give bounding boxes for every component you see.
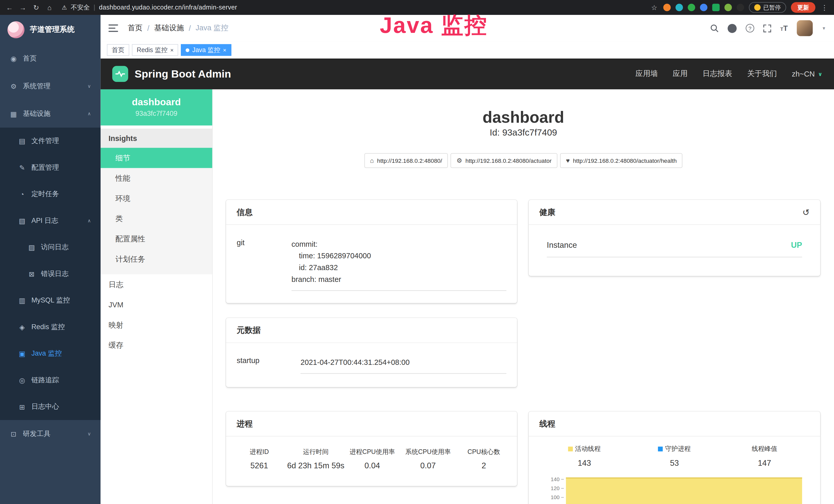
instance-home-link[interactable]: ⌂ http://192.168.0.2:48080/ [364, 153, 448, 168]
history-icon[interactable]: ↺ [803, 207, 810, 217]
sidebar-item-tracing[interactable]: ◎ 链路追踪 [0, 367, 101, 394]
update-button[interactable]: 更新 [791, 2, 815, 13]
font-size-icon[interactable]: TT [780, 24, 788, 32]
extension-icon-7[interactable] [737, 4, 744, 11]
sidebar-item-label: Java 监控 [31, 349, 91, 358]
sba-item-environment[interactable]: 环境 [101, 188, 212, 208]
sidebar-item-java-monitor[interactable]: ▣ Java 监控 [0, 340, 101, 367]
sba-group-title: Insights [101, 129, 212, 148]
chevron-down-icon: ∨ [87, 84, 91, 89]
reload-icon[interactable]: ↻ [32, 3, 40, 11]
close-icon[interactable]: × [223, 47, 226, 53]
close-icon[interactable]: × [170, 47, 174, 53]
browser-menu-icon[interactable]: ⋮ [820, 3, 829, 11]
health-row: Instance UP [547, 240, 802, 257]
help-icon[interactable]: ? [746, 24, 754, 32]
breadcrumb-infra[interactable]: 基础设施 [154, 23, 184, 33]
hamburger-icon[interactable] [108, 24, 118, 32]
sidebar-item-home[interactable]: ◉ 首页 [0, 45, 101, 72]
navbar-actions: ? TT ▼ [710, 20, 826, 36]
process-col-cpus: CPU核心数 2 [456, 448, 512, 470]
browser-home-icon[interactable]: ⌂ [45, 3, 54, 11]
sidebar-item-access-log[interactable]: ▨ 访问日志 [0, 234, 101, 260]
cell-value: 2 [456, 461, 512, 470]
sba-instance-header[interactable]: dashboard 93a3fc7f7409 [101, 89, 212, 125]
tag-home[interactable]: 首页 [107, 44, 129, 56]
metadata-card-title: 元数据 [237, 325, 261, 335]
extension-icon-3[interactable] [688, 4, 695, 11]
back-icon[interactable]: ← [5, 3, 14, 11]
sba-item-metrics[interactable]: 性能 [101, 168, 212, 188]
bookmark-star-icon[interactable]: ☆ [650, 3, 659, 11]
paused-badge[interactable]: 已暂停 [749, 2, 786, 13]
y-tick: 100 [540, 493, 564, 502]
sidebar-item-log-center[interactable]: ⊞ 日志中心 [0, 393, 101, 420]
info-line: branch: master [291, 273, 506, 285]
sba-insights-group: Insights 细节 性能 环境 类 配置属性 计划任务 [101, 129, 212, 274]
sidebar-item-label: 访问日志 [41, 243, 91, 252]
sba-brand[interactable]: Spring Boot Admin [112, 66, 231, 82]
sidebar-item-file-manage[interactable]: ▤ 文件管理 [0, 128, 101, 154]
chart-plot-area [566, 475, 802, 502]
extension-icon-1[interactable] [663, 4, 671, 11]
sba-item-mappings[interactable]: 映射 [101, 315, 212, 335]
sba-item-config-props[interactable]: 配置属性 [101, 229, 212, 249]
app-logo[interactable]: 芋道管理系统 [0, 15, 101, 45]
threads-card-title: 线程 [540, 419, 555, 429]
file-icon: ▤ [18, 137, 26, 145]
sidebar-item-infrastructure[interactable]: ▦ 基础设施 ∧ [0, 100, 101, 128]
security-label[interactable]: 不安全 [71, 3, 90, 12]
access-log-icon: ▨ [28, 243, 36, 251]
sidebar-item-redis-monitor[interactable]: ◈ Redis 监控 [0, 314, 101, 340]
active-dot [186, 48, 190, 52]
legend-value: 147 [720, 458, 810, 467]
instance-actuator-link[interactable]: ⚙ http://192.168.0.2:48080/actuator [451, 153, 557, 168]
search-icon[interactable] [710, 24, 719, 32]
metadata-key: startup [237, 356, 301, 373]
sidebar-item-scheduled-jobs[interactable]: ◔ 定时任务 [0, 181, 101, 207]
sidebar-item-label: MySQL 监控 [31, 296, 91, 305]
sba-nav-applications[interactable]: 应用 [673, 69, 687, 78]
avatar-caret-icon[interactable]: ▼ [822, 26, 826, 30]
tag-java-monitor[interactable]: Java 监控 × [181, 44, 231, 56]
live-threads-area [566, 478, 802, 504]
sidebar-item-system[interactable]: ⚙ 系统管理 ∨ [0, 72, 101, 100]
extension-icon-6[interactable] [724, 4, 732, 11]
mysql-icon: ▥ [18, 296, 26, 304]
fullscreen-icon[interactable] [763, 24, 771, 32]
sidebar-item-dev-tools[interactable]: ⊡ 研发工具 ∨ [0, 420, 101, 448]
sba-item-jvm[interactable]: JVM [101, 295, 212, 315]
sba-item-classes[interactable]: 类 [101, 208, 212, 229]
address-bar[interactable]: ⚠ 不安全 | dashboard.yudao.iocoder.cn/infra… [62, 3, 237, 12]
sidebar-item-error-log[interactable]: ⊠ 错误日志 [0, 260, 101, 287]
sba-item-caches[interactable]: 缓存 [101, 335, 212, 356]
user-avatar[interactable] [797, 20, 813, 36]
infrastructure-submenu: ▤ 文件管理 ✎ 配置管理 ◔ 定时任务 ▧ API 日志 ∧ ▨ 访问日志 ⊠ [0, 128, 101, 420]
breadcrumb-separator: / [189, 24, 191, 32]
github-icon[interactable] [728, 24, 737, 32]
process-col-uptime: 运行时间 6d 23h 15m 59s [287, 448, 345, 470]
extension-icon-2[interactable] [676, 4, 683, 11]
sba-nav-about[interactable]: 关于我们 [747, 69, 777, 78]
link-url: http://192.168.0.2:48080/actuator/health [573, 157, 677, 164]
sidebar-item-config-manage[interactable]: ✎ 配置管理 [0, 154, 101, 181]
sba-item-logs[interactable]: 日志 [101, 274, 212, 295]
sba-locale-select[interactable]: zh~CN ∨ [792, 70, 822, 78]
redis-icon: ◈ [18, 323, 26, 331]
sidebar-item-mysql-monitor[interactable]: ▥ MySQL 监控 [0, 287, 101, 314]
tag-label: Redis 监控 [137, 45, 168, 54]
extension-icon-4[interactable] [700, 4, 707, 11]
tag-redis-monitor[interactable]: Redis 监控 × [132, 44, 178, 56]
extension-icon-5[interactable] [712, 4, 720, 11]
sba-nav-journal[interactable]: 日志报表 [702, 69, 732, 78]
sba-item-scheduled-tasks[interactable]: 计划任务 [101, 249, 212, 269]
instance-health-link[interactable]: ♥ http://192.168.0.2:48080/actuator/heal… [560, 153, 683, 168]
forward-icon[interactable]: → [19, 3, 27, 11]
sba-item-details[interactable]: 细节 [101, 148, 212, 168]
breadcrumb-home[interactable]: 首页 [128, 23, 142, 33]
info-line: time: 1596289704000 [291, 250, 506, 261]
url-text[interactable]: dashboard.yudao.iocoder.cn/infra/admin-s… [99, 4, 237, 11]
column-header: 运行时间 [287, 448, 345, 457]
sidebar-item-api-log[interactable]: ▧ API 日志 ∧ [0, 207, 101, 234]
sba-nav-wallboard[interactable]: 应用墙 [635, 69, 658, 78]
